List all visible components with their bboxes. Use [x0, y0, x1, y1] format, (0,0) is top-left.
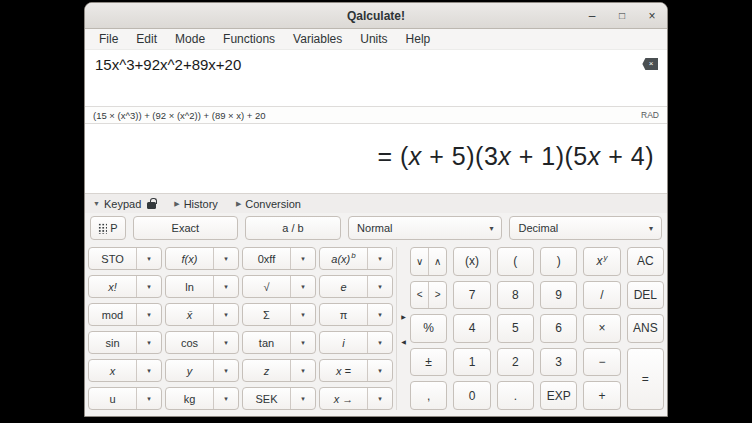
close-button[interactable]: × — [645, 3, 659, 29]
key-ln-button[interactable]: ln — [166, 276, 214, 297]
menu-edit[interactable]: Edit — [127, 29, 166, 50]
key-paren-close[interactable]: ) — [540, 247, 577, 276]
minimize-button[interactable]: – — [585, 3, 599, 29]
collapse-left-icon[interactable]: ◀ — [401, 338, 406, 345]
key-decimal-point[interactable]: . — [497, 381, 534, 410]
menu-functions[interactable]: Functions — [214, 29, 284, 50]
key-var-y-menu-arrow[interactable]: ▾ — [214, 360, 238, 381]
key-5[interactable]: 5 — [497, 314, 534, 343]
key-sin-menu-arrow[interactable]: ▾ — [137, 332, 161, 353]
key-sum-menu-arrow[interactable]: ▾ — [291, 304, 315, 325]
key-ln-menu-arrow[interactable]: ▾ — [214, 276, 238, 297]
key-plusminus[interactable]: ± — [410, 348, 447, 377]
key-fx-menu-arrow[interactable]: ▾ — [214, 248, 238, 269]
key-unit-kg-button[interactable]: kg — [166, 388, 214, 409]
key-power[interactable]: xy — [583, 247, 620, 276]
key-2[interactable]: 2 — [497, 348, 534, 377]
key-mean-menu-arrow[interactable]: ▾ — [214, 304, 238, 325]
key-mod-menu-arrow[interactable]: ▾ — [137, 304, 161, 325]
key-tan-button[interactable]: tan — [243, 332, 291, 353]
number-base-select[interactable]: Decimal ▾ — [509, 216, 662, 240]
key-ac[interactable]: AC — [627, 247, 664, 276]
key-percent[interactable]: % — [410, 314, 447, 343]
key-pi-menu-arrow[interactable]: ▾ — [368, 304, 392, 325]
display-mode-select[interactable]: Normal ▾ — [348, 216, 502, 240]
key-scroll-up-down-0[interactable]: ∨ — [411, 248, 429, 275]
key-1[interactable]: 1 — [453, 348, 490, 377]
key-i-menu-arrow[interactable]: ▾ — [368, 332, 392, 353]
tab-history[interactable]: ▶ History — [174, 198, 218, 210]
key-fx-button[interactable]: f(x) — [166, 248, 214, 269]
key-apply-power-menu-arrow[interactable]: ▾ — [368, 248, 392, 269]
key-hex-button[interactable]: 0xff — [243, 248, 291, 269]
key-7[interactable]: 7 — [453, 281, 490, 310]
expression-input[interactable]: 15x^3+92x^2+89x+20 — [95, 56, 241, 73]
key-exp[interactable]: EXP — [540, 381, 577, 410]
key-plus[interactable]: + — [583, 381, 620, 410]
key-factorial-button[interactable]: x! — [89, 276, 137, 297]
key-cos-menu-arrow[interactable]: ▾ — [214, 332, 238, 353]
key-convert-to-button[interactable]: x → — [320, 388, 368, 409]
key-var-z-menu-arrow[interactable]: ▾ — [291, 360, 315, 381]
key-cursor-left-right-1[interactable]: > — [429, 282, 446, 309]
key-unit-u-button[interactable]: u — [89, 388, 137, 409]
key-6[interactable]: 6 — [540, 314, 577, 343]
expand-right-icon[interactable]: ▶ — [401, 313, 406, 320]
menu-file[interactable]: File — [90, 29, 127, 50]
key-9[interactable]: 9 — [540, 281, 577, 310]
menu-variables[interactable]: Variables — [284, 29, 351, 50]
key-divide[interactable]: / — [583, 281, 620, 310]
menu-units[interactable]: Units — [351, 29, 396, 50]
key-var-y-button[interactable]: y — [166, 360, 214, 381]
key-equals-solve-button[interactable]: x = — [320, 360, 368, 381]
key-paren-open[interactable]: ( — [497, 247, 534, 276]
key-0[interactable]: 0 — [453, 381, 490, 410]
menu-mode[interactable]: Mode — [166, 29, 214, 50]
maximize-button[interactable]: □ — [615, 3, 629, 29]
key-sto-button[interactable]: STO — [89, 248, 137, 269]
clear-expression-icon[interactable]: × — [641, 58, 658, 70]
key-equals[interactable]: = — [627, 348, 664, 410]
key-factorial-menu-arrow[interactable]: ▾ — [137, 276, 161, 297]
key-del[interactable]: DEL — [627, 281, 664, 310]
menu-help[interactable]: Help — [397, 29, 440, 50]
exact-toggle-button[interactable]: Exact — [133, 216, 238, 240]
key-ans[interactable]: ANS — [627, 314, 664, 343]
expression-area[interactable]: 15x^3+92x^2+89x+20 × — [85, 50, 667, 106]
angle-mode-badge[interactable]: RAD — [641, 110, 659, 120]
key-var-x-button[interactable]: x — [89, 360, 137, 381]
key-var-z-button[interactable]: z — [243, 360, 291, 381]
key-comma[interactable]: , — [410, 381, 447, 410]
key-equals-solve-menu-arrow[interactable]: ▾ — [368, 360, 392, 381]
programming-keypad-button[interactable]: P — [90, 216, 126, 240]
key-cursor-left-right-0[interactable]: < — [411, 282, 429, 309]
key-unit-u-menu-arrow[interactable]: ▾ — [137, 388, 161, 409]
fraction-toggle-button[interactable]: a / b — [245, 216, 341, 240]
key-mod-button[interactable]: mod — [89, 304, 137, 325]
key-sqrt-button[interactable]: √ — [243, 276, 291, 297]
key-4[interactable]: 4 — [453, 314, 490, 343]
key-e-button[interactable]: e — [320, 276, 368, 297]
key-sum-button[interactable]: Σ — [243, 304, 291, 325]
key-scroll-up-down-1[interactable]: ∧ — [429, 248, 446, 275]
key-sqrt-menu-arrow[interactable]: ▾ — [291, 276, 315, 297]
key-multiply[interactable]: × — [583, 314, 620, 343]
key-8[interactable]: 8 — [497, 281, 534, 310]
key-i-button[interactable]: i — [320, 332, 368, 353]
key-pi-button[interactable]: π — [320, 304, 368, 325]
tab-keypad[interactable]: ▼ Keypad — [93, 198, 156, 210]
key-cos-button[interactable]: cos — [166, 332, 214, 353]
key-unit-kg-menu-arrow[interactable]: ▾ — [214, 388, 238, 409]
key-tan-menu-arrow[interactable]: ▾ — [291, 332, 315, 353]
key-currency-sek-menu-arrow[interactable]: ▾ — [291, 388, 315, 409]
key-currency-sek-button[interactable]: SEK — [243, 388, 291, 409]
key-smart-parens[interactable]: (x) — [453, 247, 490, 276]
key-e-menu-arrow[interactable]: ▾ — [368, 276, 392, 297]
key-minus[interactable]: − — [583, 348, 620, 377]
key-sto-menu-arrow[interactable]: ▾ — [137, 248, 161, 269]
key-var-x-menu-arrow[interactable]: ▾ — [137, 360, 161, 381]
lock-icon[interactable] — [147, 202, 156, 209]
key-hex-menu-arrow[interactable]: ▾ — [291, 248, 315, 269]
key-apply-power-button[interactable]: a(x)b — [320, 248, 368, 269]
key-sin-button[interactable]: sin — [89, 332, 137, 353]
